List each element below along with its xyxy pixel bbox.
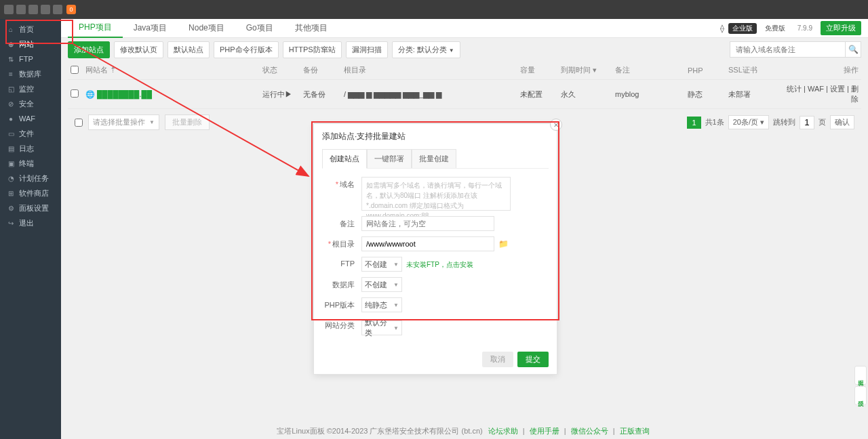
sidebar-item-6[interactable]: ●WAF	[0, 111, 61, 126]
site-expire[interactable]: 永久	[558, 80, 612, 109]
close-icon[interactable]: ✕	[550, 119, 562, 131]
side-icon: ↪	[7, 219, 15, 227]
sidebar-item-3[interactable]: ≡数据库	[0, 66, 61, 81]
sidebar-item-8[interactable]: ▤日志	[0, 141, 61, 156]
sidebar-item-label: 日志	[19, 144, 34, 154]
batch-check[interactable]	[75, 119, 83, 127]
sidebar-item-0[interactable]: ⌂首页	[0, 22, 61, 37]
site-backup[interactable]: 无备份	[300, 80, 341, 109]
notify-badge[interactable]: 0	[66, 5, 76, 14]
col-expire[interactable]: 到期时间 ▾	[558, 61, 612, 80]
side-icon: ◱	[7, 85, 15, 93]
add-site-modal: ✕ 添加站点·支持批量建站 创建站点一键部署批量创建 *域名 如需填写多个域名，…	[313, 123, 557, 375]
site-ops[interactable]: 统计 | WAF | 设置 | 删除	[780, 80, 861, 109]
tab-1[interactable]: Java项目	[123, 19, 178, 38]
tab-0[interactable]: PHP项目	[68, 19, 123, 38]
batch-select[interactable]: 请选择批量操作▼	[88, 114, 159, 130]
side-icon: ⌂	[7, 25, 15, 33]
tab-3[interactable]: Go项目	[235, 19, 284, 38]
chip-enterprise[interactable]: 企业版	[728, 23, 757, 34]
pg-ok[interactable]: 确认	[830, 115, 854, 129]
sidebar-item-11[interactable]: ⊞软件商店	[0, 186, 61, 201]
category-filter[interactable]: 分类: 默认分类▼	[392, 41, 460, 58]
col-ssl: SSL证书	[726, 61, 780, 80]
check-all[interactable]	[71, 66, 79, 74]
sidebar-item-10[interactable]: ◔计划任务	[0, 171, 61, 186]
site-quota[interactable]: 未配置	[517, 80, 558, 109]
search-icon: 🔍	[848, 45, 859, 54]
root-input[interactable]	[361, 236, 494, 251]
folder-icon[interactable]: 📁	[498, 239, 509, 249]
tab-4[interactable]: 其他项目	[284, 19, 338, 38]
batch-button[interactable]: 批量删除	[165, 114, 210, 130]
footer-link[interactable]: 使用手册	[530, 427, 559, 435]
scan-button[interactable]: 漏洞扫描	[346, 41, 388, 58]
pg-page-lbl: 页	[818, 117, 826, 127]
pg-current[interactable]: 1	[687, 117, 701, 129]
footer-link[interactable]: 微信公众号	[571, 427, 608, 435]
lbl-db: 数据库	[322, 277, 355, 290]
sidebar-item-9[interactable]: ▣终端	[0, 156, 61, 171]
sidebar-item-2[interactable]: ⇅FTP	[0, 51, 61, 66]
sidebar-item-label: 终端	[19, 159, 34, 169]
modify-default-button[interactable]: 修改默认页	[114, 41, 163, 58]
pg-size[interactable]: 20条/页 ▾	[728, 115, 769, 129]
site-php[interactable]: 静态	[685, 80, 726, 109]
col-name[interactable]: 网站名 ⇡	[83, 61, 260, 80]
remark-input[interactable]	[361, 216, 494, 231]
site-status[interactable]: 运行中▶	[260, 80, 300, 109]
upgrade-button[interactable]: 立即升级	[821, 21, 861, 35]
pg-input[interactable]	[800, 116, 814, 129]
cancel-button[interactable]: 取消	[482, 352, 513, 367]
float-support[interactable]: 客服	[854, 366, 867, 385]
lbl-ftp: FTP	[322, 257, 355, 268]
side-icon: ▤	[7, 144, 15, 152]
footer: 宝塔Linux面板 ©2014-2023 广东堡塔安全技术有限公司 (bt.cn…	[61, 423, 868, 439]
search-input[interactable]	[730, 41, 845, 58]
col-status: 状态	[260, 61, 300, 80]
modal-tab-0[interactable]: 创建站点	[322, 149, 367, 169]
col-quota: 容量	[517, 61, 558, 80]
sidebar-item-label: 数据库	[19, 69, 41, 79]
sidebar-item-label: WAF	[19, 114, 35, 123]
sidebar-item-12[interactable]: ⚙面板设置	[0, 201, 61, 215]
col-root: 根目录	[341, 61, 517, 80]
footer-link[interactable]: 论坛求助	[488, 427, 518, 435]
php-select[interactable]: 纯静态▼	[361, 297, 402, 312]
default-site-button[interactable]: 默认站点	[167, 41, 210, 58]
ftp-select[interactable]: 不创建▼	[361, 257, 402, 272]
sidebar-item-13[interactable]: ↪退出	[0, 215, 61, 230]
sidebar-item-label: 网站	[19, 39, 34, 49]
side-icon: ⇅	[7, 55, 15, 63]
side-icon: ⊘	[7, 100, 15, 108]
sidebar-item-4[interactable]: ◱监控	[0, 81, 61, 96]
ftp-install-link[interactable]: 未安装FTP，点击安装	[406, 261, 473, 268]
footer-copyright: 宝塔Linux面板 ©2014-2023 广东堡塔安全技术有限公司 (bt.cn…	[277, 426, 482, 436]
row-check[interactable]	[71, 89, 79, 98]
lbl-root: 根目录	[332, 240, 355, 248]
modal-tab-1[interactable]: 一键部署	[367, 149, 412, 168]
lbl-domain: 域名	[340, 180, 355, 188]
site-name[interactable]: ████████.██	[97, 90, 152, 98]
float-feedback[interactable]: 反馈	[854, 386, 867, 405]
tab-2[interactable]: Node项目	[178, 19, 235, 38]
site-ssl[interactable]: 未部署	[726, 80, 780, 109]
search-button[interactable]: 🔍	[845, 41, 861, 58]
submit-button[interactable]: 提交	[517, 352, 549, 367]
php-cli-button[interactable]: PHP命令行版本	[214, 41, 279, 58]
side-icon: ⊕	[7, 40, 15, 48]
domain-input[interactable]: 如需填写多个域名，请换行填写，每行一个域名，默认为80端口 注解析须添加在该 *…	[361, 177, 511, 211]
cat-select[interactable]: 默认分类▼	[361, 320, 402, 335]
lbl-remark: 备注	[322, 216, 355, 229]
site-root[interactable]: / ▆▆▆ ▆ ▆▆▆▆▆ ▆▆▆_▆▆ ▆	[341, 80, 517, 109]
footer-link[interactable]: 正版查询	[620, 427, 650, 435]
db-select[interactable]: 不创建▼	[361, 277, 402, 292]
site-remark[interactable]: myblog	[612, 80, 685, 109]
sidebar-item-7[interactable]: ▭文件	[0, 126, 61, 141]
sidebar-item-1[interactable]: ⊕网站	[0, 37, 61, 51]
sidebar-item-label: 监控	[19, 84, 34, 94]
modal-tab-2[interactable]: 批量创建	[412, 149, 456, 168]
sidebar-item-5[interactable]: ⊘安全	[0, 96, 61, 111]
https-button[interactable]: HTTPS防窜站	[283, 41, 342, 58]
add-site-button[interactable]: 添加站点	[68, 41, 110, 58]
